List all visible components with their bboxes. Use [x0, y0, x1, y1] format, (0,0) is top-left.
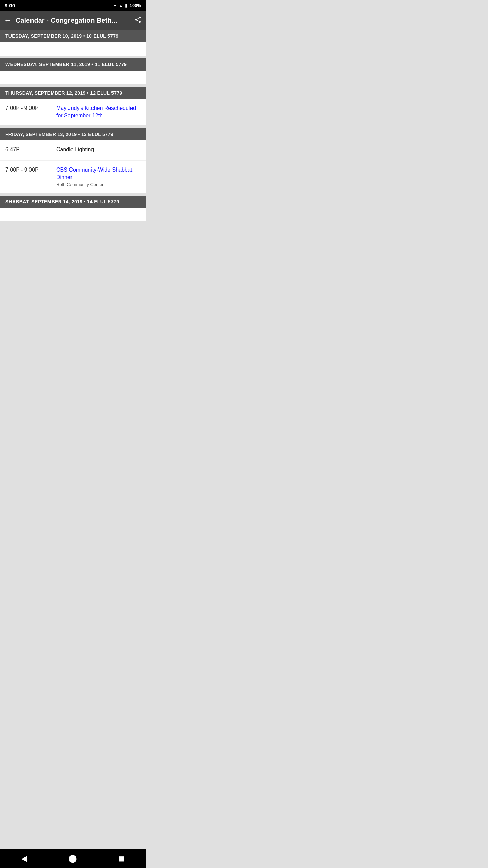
day-section-tue-sep-10: TUESDAY, SEPTEMBER 10, 2019 • 10 ELUL 57… [0, 30, 146, 56]
day-events-thu-sep-12: 7:00P - 9:00PMay Judy's Kitchen Reschedu… [0, 99, 146, 125]
day-empty-wed-sep-11 [0, 71, 146, 84]
event-name[interactable]: CBS Community-Wide Shabbat Dinner [56, 166, 140, 181]
status-bar: 9:00 100% [0, 0, 146, 11]
wifi-icon [113, 3, 117, 8]
day-section-fri-sep-13: FRIDAY, SEPTEMBER 13, 2019 • 13 ELUL 577… [0, 128, 146, 193]
app-bar: ← Calendar - Congregation Beth... [0, 11, 146, 30]
event-location: Roth Community Center [56, 182, 140, 187]
event-row: 7:00P - 9:00PCBS Community-Wide Shabbat … [0, 161, 146, 193]
day-empty-tue-sep-10 [0, 42, 146, 56]
scroll-content: TUESDAY, SEPTEMBER 10, 2019 • 10 ELUL 57… [0, 30, 146, 849]
status-icons: 100% [113, 3, 141, 8]
day-events-fri-sep-13: 6:47PCandle Lighting7:00P - 9:00PCBS Com… [0, 140, 146, 193]
battery-icon [125, 3, 128, 8]
day-section-wed-sep-11: WEDNESDAY, SEPTEMBER 11, 2019 • 11 ELUL … [0, 58, 146, 84]
event-row: 6:47PCandle Lighting [0, 140, 146, 161]
event-time: 7:00P - 9:00P [5, 104, 56, 111]
day-header-wed-sep-11: WEDNESDAY, SEPTEMBER 11, 2019 • 11 ELUL … [0, 58, 146, 71]
day-header-shabbat-sep-14: SHABBAT, SEPTEMBER 14, 2019 • 14 ELUL 57… [0, 196, 146, 208]
app-bar-title: Calendar - Congregation Beth... [16, 17, 130, 24]
event-name-wrap: CBS Community-Wide Shabbat DinnerRoth Co… [56, 166, 140, 187]
event-name-wrap: May Judy's Kitchen Rescheduled for Septe… [56, 104, 140, 120]
signal-icon [119, 3, 123, 8]
day-empty-shabbat-sep-14 [0, 208, 146, 221]
day-header-tue-sep-10: TUESDAY, SEPTEMBER 10, 2019 • 10 ELUL 57… [0, 30, 146, 42]
event-name: Candle Lighting [56, 146, 140, 153]
day-header-fri-sep-13: FRIDAY, SEPTEMBER 13, 2019 • 13 ELUL 577… [0, 128, 146, 140]
event-name-wrap: Candle Lighting [56, 146, 140, 153]
event-time: 7:00P - 9:00P [5, 166, 56, 173]
battery-percent: 100% [130, 3, 141, 8]
nav-bar: ◀ ⬤ ◼ [0, 849, 146, 868]
event-time: 6:47P [5, 146, 56, 153]
back-button[interactable]: ← [4, 16, 12, 25]
nav-back-button[interactable]: ◀ [16, 852, 33, 865]
share-button[interactable] [134, 16, 142, 25]
day-section-thu-sep-12: THURSDAY, SEPTEMBER 12, 2019 • 12 ELUL 5… [0, 87, 146, 125]
nav-recents-button[interactable]: ◼ [113, 852, 129, 865]
day-section-shabbat-sep-14: SHABBAT, SEPTEMBER 14, 2019 • 14 ELUL 57… [0, 196, 146, 221]
event-row: 7:00P - 9:00PMay Judy's Kitchen Reschedu… [0, 99, 146, 125]
event-name[interactable]: May Judy's Kitchen Rescheduled for Septe… [56, 104, 140, 120]
day-header-thu-sep-12: THURSDAY, SEPTEMBER 12, 2019 • 12 ELUL 5… [0, 87, 146, 99]
status-time: 9:00 [5, 3, 15, 8]
nav-home-button[interactable]: ⬤ [65, 852, 81, 865]
